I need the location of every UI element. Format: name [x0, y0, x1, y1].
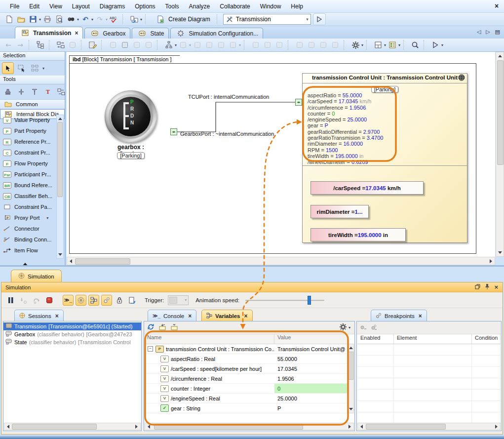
session-row[interactable]: State(classifier behavior) [Transmission… — [3, 338, 141, 346]
palette-item-connector[interactable]: Connector — [0, 223, 58, 234]
spell-check-icon-button[interactable]: ABC — [109, 14, 119, 25]
tab-simulation-configuration-[interactable]: Simulation Configuration... — [170, 28, 263, 39]
menu-options[interactable]: Options — [130, 1, 160, 11]
menu-analyze[interactable]: Analyze — [184, 1, 215, 11]
palette-group-common[interactable]: Common — [0, 99, 65, 109]
variable-row[interactable]: Vcounter : Integer0 — [145, 384, 348, 394]
chevron-down-icon[interactable]: ▾ — [140, 17, 142, 22]
window-layout-icon[interactable] — [373, 40, 384, 50]
tab-breakpoints[interactable]: Breakpoints× — [371, 310, 427, 321]
palette-scrollbar[interactable] — [56, 115, 64, 259]
tab-variables[interactable]: Variables× — [201, 310, 253, 321]
animate-toggle-icon-button[interactable] — [76, 295, 86, 306]
rimdiameter-value-box[interactable]: rimDiameter = 1... — [310, 205, 369, 218]
gear-icon-button[interactable]: ▾ — [350, 40, 363, 50]
containment-tree-icon-button[interactable] — [35, 40, 46, 50]
stop-icon-button[interactable] — [44, 295, 55, 306]
pin-icon[interactable] — [485, 283, 490, 291]
palette-collapse-button[interactable] — [22, 259, 28, 268]
create-diagram-button[interactable]: Create Diagram — [152, 13, 214, 26]
swap-sides-icon[interactable] — [56, 86, 67, 97]
align-top-icon[interactable] — [29, 86, 40, 97]
simulation-context-combobox[interactable]: Transmission ▾ — [223, 14, 311, 25]
open-icon-button[interactable] — [16, 14, 27, 25]
layout-icon-button[interactable]: ▾ — [163, 40, 177, 50]
breakpoints-toggle-icon-button[interactable] — [101, 295, 112, 306]
dock-separator[interactable] — [0, 265, 504, 267]
pause-icon-button[interactable] — [5, 295, 16, 306]
undo-icon-button[interactable]: ↶▾ — [80, 14, 93, 25]
align-top-icon-button[interactable] — [29, 86, 40, 98]
close-icon[interactable]: × — [55, 313, 59, 319]
console-toggle-icon-button[interactable]: ≫_ — [63, 295, 74, 306]
gearbox-port-icon[interactable]: ◂▸ — [170, 128, 177, 135]
gear-icon[interactable] — [350, 40, 361, 50]
breakpoints-toggle-icon[interactable] — [102, 295, 112, 306]
containment-tree-icon[interactable] — [35, 40, 46, 50]
canvas-vertical-scrollbar[interactable] — [496, 52, 504, 257]
cursor-icon-button[interactable] — [2, 62, 14, 74]
new-file-icon[interactable] — [4, 14, 15, 25]
tab-sessions[interactable]: Sessions× — [14, 310, 64, 321]
palette-item-bound-refere-[interactable]: BRBound Refere... — [0, 180, 58, 191]
open-icon[interactable] — [16, 14, 27, 25]
refresh-icon[interactable] — [147, 323, 155, 332]
transfer-icon-button[interactable]: ▾ — [129, 14, 142, 25]
find-icon-button[interactable]: ▾ — [66, 14, 79, 25]
float-window-icon[interactable] — [475, 284, 480, 291]
window-close-button[interactable]: × — [492, 2, 501, 10]
search-icon-button[interactable] — [410, 40, 421, 50]
variable-row[interactable]: V/carSpeed : speed[kilometre per hour]17… — [145, 364, 348, 374]
spell-check-icon[interactable]: ABC — [109, 14, 119, 25]
chevron-down-icon[interactable]: ▾ — [91, 17, 93, 22]
print-icon-button[interactable] — [42, 14, 53, 25]
edit-compartments-icon-button[interactable] — [87, 40, 98, 50]
scroll-tabs-left-icon[interactable]: ◁ — [477, 29, 481, 35]
variable-row[interactable]: VaspectRatio : Real55.0000 — [145, 354, 348, 364]
carspeed-value-box[interactable]: /carSpeed = 17.0345 km/h — [310, 181, 424, 195]
chevron-down-icon[interactable]: ▾ — [361, 43, 363, 47]
print-icon[interactable] — [42, 14, 53, 25]
state-diagram-icon[interactable] — [137, 28, 148, 39]
print-preview-icon[interactable] — [54, 14, 65, 25]
legend-icon[interactable] — [387, 40, 398, 50]
trigger-combobox[interactable]: ▾ — [168, 295, 189, 305]
menu-collaborate[interactable]: Collaborate — [215, 1, 255, 11]
close-panel-icon[interactable]: × — [494, 284, 499, 290]
align-middle-icon-button[interactable] — [15, 86, 27, 98]
session-row[interactable]: Transmission [Transmission@6e5901c] (Sta… — [3, 322, 141, 330]
menu-window[interactable]: Window — [255, 1, 286, 11]
menu-diagrams[interactable]: Diagrams — [95, 1, 130, 11]
palette-item-part-property[interactable]: PPart Property — [0, 125, 58, 136]
diagram-canvas[interactable]: ibd [Block] Transmission [ Transmission … — [67, 52, 495, 257]
column-name[interactable]: Name — [145, 334, 274, 344]
variables-horizontal-scrollbar[interactable] — [145, 423, 354, 430]
window-layout-icon-button[interactable]: ▾ — [373, 40, 386, 50]
run-icon[interactable] — [430, 40, 441, 50]
collapse-icon[interactable]: − — [148, 346, 153, 352]
marquee-icon-button[interactable] — [15, 62, 27, 74]
palette-item-flow-property[interactable]: FFlow Property — [0, 158, 58, 169]
menu-edit[interactable]: Edit — [24, 1, 44, 11]
undo-icon[interactable]: ↶ — [80, 14, 91, 25]
column-enabled[interactable]: Enabled — [357, 333, 394, 344]
new-file-icon-button[interactable] — [4, 14, 15, 25]
menu-tools[interactable]: Tools — [160, 1, 184, 11]
palette-item-participant-pr-[interactable]: ParParticipant Pr... — [0, 169, 58, 180]
canvas-horizontal-scrollbar[interactable] — [67, 257, 495, 265]
find-icon[interactable] — [66, 14, 77, 25]
export-icon-button[interactable] — [127, 295, 138, 306]
save-icon[interactable] — [28, 14, 39, 25]
search-icon[interactable] — [410, 40, 421, 50]
chevron-down-icon[interactable]: ▾ — [441, 43, 443, 47]
align-middle-icon[interactable] — [16, 86, 27, 97]
tcu-part-box[interactable]: transmission Control Unit : Transmission… — [302, 73, 467, 243]
export-selection-icon[interactable] — [170, 323, 178, 332]
palette-item-item-flow[interactable]: Item Flow — [0, 245, 58, 256]
add-breakpoint-icon[interactable] — [360, 323, 367, 332]
palette-item-binding-conn-[interactable]: Binding Conn... — [0, 234, 58, 245]
palette-item-proxy-port[interactable]: PProxy Port▾ — [0, 212, 58, 223]
menu-layout[interactable]: Layout — [67, 1, 95, 11]
scroll-tabs-right-icon[interactable]: ▷ — [486, 29, 490, 35]
text-icon[interactable]: T — [42, 86, 53, 97]
